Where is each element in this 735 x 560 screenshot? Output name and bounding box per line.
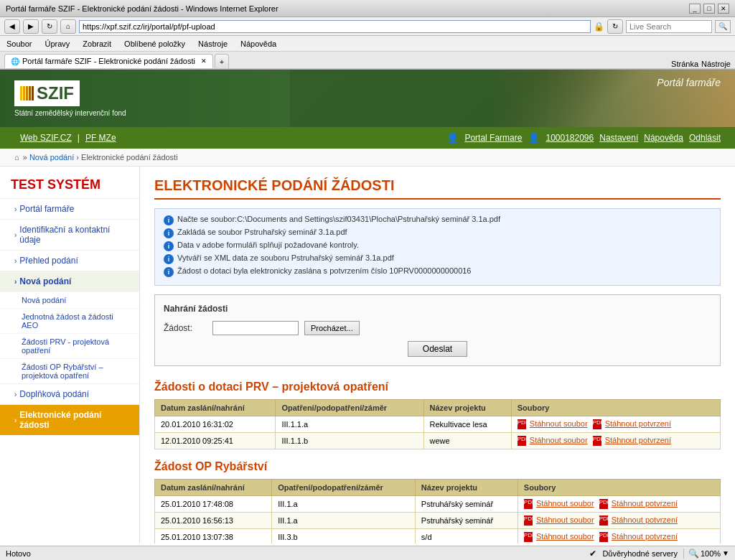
lock-icon: 🔒 [594, 22, 604, 32]
menu-tools[interactable]: Nástroje [196, 39, 230, 49]
table-row: 25.01.2010 16:56:13 III.1.a Pstruhářský … [155, 513, 721, 529]
info-item-1: i Zakládá se soubor Pstruhařský seminář … [164, 228, 711, 238]
breadcrumb-separator: » [23, 153, 29, 162]
breadcrumb-current: Elektronické podání žádosti [81, 153, 178, 162]
sidebar-item-identifikacni[interactable]: › Identifikační a kontaktní údaje [0, 219, 139, 250]
sidebar-sub-jednotna-zadost[interactable]: Jednotná žádost a žádosti AEO [0, 308, 139, 333]
user-icon2: 👤 [528, 132, 540, 144]
page-button[interactable]: Stránka [671, 60, 698, 68]
close-button[interactable]: ✕ [718, 4, 729, 14]
pdf-icon: PDF [599, 499, 608, 509]
pdf-icon: PDF [518, 436, 526, 446]
menu-favorites[interactable]: Oblíbené položky [122, 39, 187, 49]
table-row: 25.01.2010 17:48:08 III.1.a Pstruhářský … [155, 496, 721, 513]
sidebar-item-portal-farmere[interactable]: › Portál farmáře [0, 198, 139, 219]
sidebar-sub-zadosti-prv[interactable]: Žádosti PRV - projektová opatření [0, 333, 139, 358]
sidebar-item-prehled[interactable]: › Přehled podání [0, 250, 139, 271]
prv-table-header-row: Datum zaslání/nahrání Opatření/podopatře… [155, 400, 721, 416]
form-legend: Nahrání žádosti [164, 304, 711, 314]
info-icon-1: i [164, 228, 174, 238]
sidebar-sub-nova-podani[interactable]: Nová podání [0, 291, 139, 308]
tab-close-icon[interactable]: ✕ [201, 57, 207, 65]
sidebar-sub-zadosti-op[interactable]: Žádosti OP Rybářství – projektová opatře… [0, 358, 139, 383]
address-bar-input[interactable] [79, 20, 591, 33]
sidebar-section-nova-podani[interactable]: › Nová podání [0, 271, 139, 291]
col-op-2: Opatření/podopatření/záměr [272, 480, 416, 496]
download-file-link-op-0[interactable]: Stáhnout soubor [536, 499, 594, 508]
search-input[interactable] [626, 20, 712, 33]
chevron-right-icon-active: › [14, 416, 17, 424]
cell-project: s/d [415, 529, 518, 543]
pdf-icon: PDF [518, 419, 526, 429]
forward-button[interactable]: ▶ [23, 19, 39, 34]
submit-button[interactable]: Odeslat [408, 341, 467, 357]
new-tab-button[interactable]: + [215, 54, 229, 68]
cell-date: 25.01.2010 17:48:08 [155, 496, 272, 513]
op-table-header-row: Datum zaslání/nahrání Opatření/podopatře… [155, 480, 721, 496]
cell-files: PDF Stáhnout soubor PDF Stáhnout potvrze… [518, 513, 720, 529]
download-confirm-link-0-0[interactable]: Stáhnout potvrzení [605, 419, 671, 428]
download-file-link-op-1[interactable]: Stáhnout soubor [536, 515, 594, 524]
nav-odhlasit[interactable]: Odhlásit [689, 133, 721, 143]
zadost-file-input[interactable] [212, 321, 299, 335]
pdf-icon: PDF [524, 532, 533, 542]
maximize-button[interactable]: □ [703, 4, 715, 14]
browser-tab-active[interactable]: 🌐 Portál farmáře SZIF - Elektronické pod… [4, 54, 213, 68]
back-button[interactable]: ◀ [4, 19, 20, 34]
nav-nastaveni[interactable]: Nastavení [599, 133, 638, 143]
nav-user-id[interactable]: 1000182096 [546, 133, 594, 143]
refresh-button[interactable]: ↻ [42, 19, 57, 34]
sidebar-item-elektronicke[interactable]: › Elektronické podání žádosti [0, 404, 139, 435]
download-file-link-0-0[interactable]: Stáhnout soubor [530, 419, 588, 428]
download-confirm-link-1-0[interactable]: Stáhnout potvrzení [605, 436, 671, 444]
chevron-right-icon: › [14, 205, 17, 213]
info-icon-4: i [164, 267, 174, 277]
menu-file[interactable]: Soubor [4, 39, 34, 49]
download-file-link-1-0[interactable]: Stáhnout soubor [530, 436, 588, 444]
cell-op: III.1.1.a [276, 416, 423, 433]
prv-table: Datum zaslání/nahrání Opatření/podopatře… [154, 399, 721, 449]
home-button[interactable]: ⌂ [60, 19, 76, 34]
sidebar-item-doplnkova[interactable]: › Doplňková podání [0, 383, 139, 404]
cell-files: PDF Stáhnout soubor PDF Stáhnout potvrze… [511, 433, 720, 449]
info-messages: i Načte se soubor:C:\Documents and Setti… [154, 208, 721, 286]
chevron-right-icon: › [14, 257, 17, 265]
minimize-button[interactable]: _ [689, 4, 701, 14]
breadcrumb-link-1[interactable]: Nová podání [29, 153, 74, 162]
cell-files: PDF Stáhnout soubor PDF Stáhnout potvrze… [518, 529, 720, 543]
nav-portal-farmare[interactable]: Portal Farmare [464, 133, 522, 143]
section-title-op: Žádost OP Rybářství [154, 460, 721, 473]
info-item-4: i Žádost o dotaci byla elektronicky zasl… [164, 266, 711, 277]
browser-title: Portál farmáře SZIF - Elektronické podán… [6, 4, 278, 13]
download-confirm-link-op-2[interactable]: Stáhnout potvrzení [612, 532, 678, 541]
menu-help[interactable]: Nápověda [238, 39, 278, 49]
upload-form: Nahrání žádosti Žádost: Procházet... Ode… [154, 294, 721, 366]
main-layout: TEST SYSTÉM › Portál farmáře › Identifik… [0, 167, 735, 543]
col-project-2: Název projektu [415, 480, 518, 496]
home-icon[interactable]: ⌂ [14, 153, 19, 162]
nav-napoveda[interactable]: Nápověda [644, 133, 683, 143]
nav-szif-web[interactable]: Web SZIF.CZ [14, 133, 78, 143]
tools-button[interactable]: Nástroje [701, 60, 731, 68]
refresh-page-button[interactable]: ↻ [607, 19, 623, 34]
test-system-label: TEST SYSTÉM [0, 170, 139, 198]
download-file-link-op-2[interactable]: Stáhnout soubor [536, 532, 594, 541]
sidebar: TEST SYSTÉM › Portál farmáře › Identifik… [0, 167, 140, 543]
col-date-1: Datum zaslání/nahrání [155, 400, 276, 416]
browse-button[interactable]: Procházet... [304, 321, 360, 335]
menu-view[interactable]: Zobrazit [80, 39, 113, 49]
content-area: ELEKTRONICKÉ PODÁNÍ ŽÁDOSTI i Načte se s… [140, 167, 735, 543]
download-confirm-link-op-1[interactable]: Stáhnout potvrzení [612, 515, 678, 524]
main-nav: Web SZIF.CZ | PF MZe 👤 Portal Farmare 👤 … [0, 127, 735, 149]
search-go-button[interactable]: 🔍 [715, 20, 731, 33]
submit-row: Odeslat [164, 341, 711, 357]
info-item-3: i Vytváří se XML data ze souboru Pstruha… [164, 253, 711, 264]
pdf-icon: PDF [593, 436, 601, 446]
nav-pf-mze[interactable]: PF MZe [80, 133, 122, 143]
szif-logo: SZIF [14, 80, 80, 106]
download-confirm-link-op-0[interactable]: Stáhnout potvrzení [612, 499, 678, 508]
cell-files: PDF Stáhnout soubor PDF Stáhnout potvrze… [518, 496, 720, 513]
menu-edit[interactable]: Úpravy [42, 39, 72, 49]
cell-project: Pstruhářský seminář [415, 496, 518, 513]
szif-subtitle: Státní zemědělský intervenční fond [14, 109, 126, 117]
